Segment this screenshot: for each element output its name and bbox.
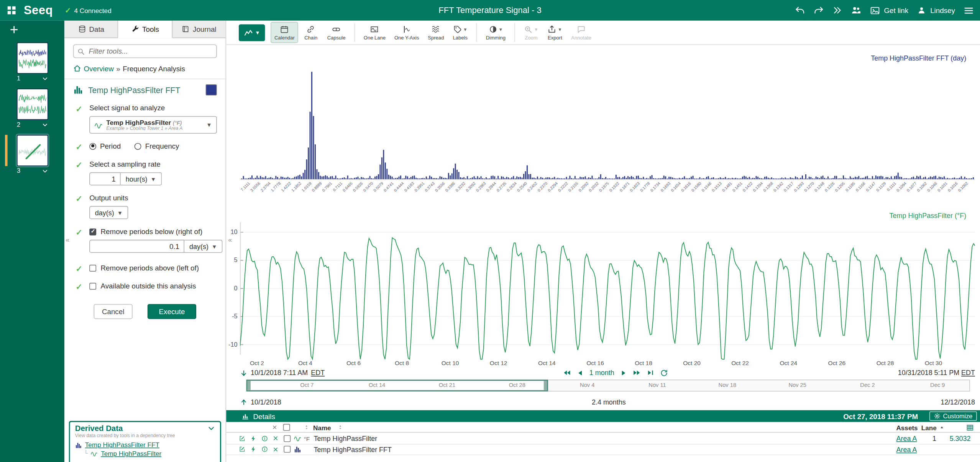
skip-to-end-icon[interactable] <box>646 369 655 377</box>
range-duration[interactable]: 1 month <box>589 369 614 377</box>
toolbar-export[interactable]: ▼Export <box>544 22 566 43</box>
available-checkbox-row[interactable]: Available outside this analysis <box>89 282 217 290</box>
redo-icon[interactable] <box>814 5 824 15</box>
remove-above-checkbox-row[interactable]: Remove periods above (left of) <box>89 264 217 272</box>
bolt-icon[interactable] <box>250 444 257 455</box>
table-row[interactable]: Temp HighPassFilter FFTArea A <box>226 444 980 455</box>
get-link-icon[interactable] <box>870 5 880 15</box>
remove-icon[interactable] <box>272 433 279 444</box>
step-back-half-icon[interactable] <box>563 369 571 377</box>
toolbar-chain[interactable]: Chain <box>300 22 322 43</box>
remove-below-unit-dropdown[interactable]: day(s)▼ <box>184 240 223 253</box>
column-lane[interactable]: Lane <box>921 422 937 433</box>
hamburger-menu-icon[interactable] <box>964 5 974 15</box>
forward-share-icon[interactable] <box>833 6 842 15</box>
seeq-logo[interactable]: Seeq <box>24 3 53 17</box>
output-units-dropdown[interactable]: day(s)▼ <box>89 206 128 219</box>
toolbar-dimming[interactable]: ▼Dimming <box>482 22 509 43</box>
info-icon[interactable] <box>261 433 268 444</box>
remove-icon[interactable] <box>272 444 279 455</box>
range-start[interactable]: 10/1/2018 7:11 AM <box>251 369 308 377</box>
full-range-start[interactable]: 10/1/2018 <box>251 398 281 406</box>
edit-icon[interactable] <box>239 444 246 455</box>
row-asset-link[interactable]: Area A <box>896 444 917 455</box>
remove-above-checkbox[interactable] <box>89 264 96 271</box>
full-range-span[interactable]: 2.4 months <box>592 398 626 406</box>
sort-icon[interactable] <box>304 424 310 430</box>
derived-data-link[interactable]: Temp HighPassFilter FFT <box>85 441 159 449</box>
view-mode-dropdown[interactable]: ▼ <box>239 24 265 41</box>
toolbar-calendar[interactable]: Calendar <box>271 22 299 43</box>
step-forward-half-icon[interactable] <box>632 369 641 377</box>
trend-chart[interactable]: Oct 2Oct 4Oct 6Oct 8Oct 10Oct 12Oct 14Oc… <box>240 211 975 370</box>
chevron-down-icon[interactable] <box>42 168 48 174</box>
tab-journal[interactable]: Journal <box>172 21 226 38</box>
remove-below-checkbox-row[interactable]: Remove periods below (right of) <box>89 228 223 236</box>
table-row[interactable]: °FTemp HighPassFilterArea A15.3032 <box>226 433 980 444</box>
collapse-sidebar-handle[interactable]: « <box>66 236 69 244</box>
chevron-down-icon[interactable] <box>207 424 215 432</box>
fft-chart[interactable]: 07.11113.55562.37041.77781.42221.18521.0… <box>240 50 975 206</box>
remove-below-checkbox[interactable] <box>89 228 96 235</box>
toolbar-labels[interactable]: ▼Labels <box>449 22 471 43</box>
customize-button[interactable]: Customize <box>929 411 977 421</box>
row-checkbox[interactable] <box>284 435 291 442</box>
range-end-timezone[interactable]: EDT <box>961 369 975 377</box>
radio-frequency[interactable]: Frequency <box>135 143 179 150</box>
filter-tools-input[interactable] <box>73 44 217 58</box>
get-link-button[interactable]: Get link <box>884 7 908 14</box>
worksheet-3[interactable]: 3 <box>17 135 48 174</box>
range-end[interactable]: 10/31/2018 5:11 PM <box>898 369 959 377</box>
chevron-down-icon[interactable] <box>42 121 48 128</box>
derived-data-item[interactable]: Temp HighPassFilter FFT <box>75 441 215 449</box>
sampling-unit-dropdown[interactable]: hour(s)▼ <box>121 172 162 185</box>
step-forward-icon[interactable] <box>619 369 627 377</box>
column-name[interactable]: Name <box>313 422 331 433</box>
sort-ascending-icon[interactable] <box>939 425 944 430</box>
toolbar-spread[interactable]: Spread <box>424 22 448 43</box>
column-assets[interactable]: Assets <box>896 422 918 433</box>
toolbar-capsule[interactable]: Capsule <box>323 22 349 43</box>
step-back-icon[interactable] <box>576 369 584 377</box>
user-icon[interactable] <box>917 6 926 15</box>
users-icon[interactable] <box>851 5 862 16</box>
select-all-checkbox[interactable] <box>283 424 290 431</box>
collapse-tools-handle[interactable]: « <box>228 236 232 244</box>
timeline-selection[interactable] <box>246 380 548 392</box>
row-checkbox[interactable] <box>284 446 291 453</box>
breadcrumb-overview[interactable]: Overview <box>84 65 114 72</box>
worksheet-thumbnail[interactable] <box>17 135 48 166</box>
derived-data-link[interactable]: Temp HighPassFilter <box>101 450 161 457</box>
undo-icon[interactable] <box>795 5 805 15</box>
sampling-rate-input[interactable] <box>89 172 121 185</box>
worksheet-thumbnail[interactable] <box>17 88 48 120</box>
derived-data-item[interactable]: └Temp HighPassFilter <box>75 449 215 457</box>
cancel-button[interactable]: Cancel <box>94 304 133 319</box>
new-worksheet-button[interactable] <box>9 25 18 34</box>
available-checkbox[interactable] <box>89 282 96 289</box>
remove-all-icon[interactable] <box>272 424 277 430</box>
color-swatch-button[interactable] <box>206 84 217 95</box>
timeline-scrubber[interactable]: Oct 7Oct 14Oct 21Oct 28Nov 4Nov 11Nov 18… <box>246 380 970 392</box>
range-start-timezone[interactable]: EDT <box>311 369 325 377</box>
remove-below-input[interactable] <box>89 240 184 253</box>
info-icon[interactable] <box>261 444 268 455</box>
worksheet-thumbnail[interactable] <box>17 43 48 74</box>
toolbar-one-y-axis[interactable]: One Y-Axis <box>391 22 423 43</box>
selection-left-handle[interactable] <box>248 381 251 390</box>
row-asset-link[interactable]: Area A <box>896 433 917 444</box>
user-name[interactable]: Lindsey <box>930 7 955 14</box>
app-grid-icon[interactable] <box>6 5 17 16</box>
selection-right-handle[interactable] <box>544 381 547 390</box>
connection-status[interactable]: ✓ 4 Connected <box>65 6 112 15</box>
refresh-icon[interactable] <box>660 369 668 377</box>
worksheet-1[interactable]: 1 <box>17 43 48 82</box>
execute-button[interactable]: Execute <box>148 304 196 319</box>
sort-icon[interactable] <box>338 424 343 430</box>
full-range-end[interactable]: 12/12/2018 <box>941 398 975 406</box>
workbook-title[interactable]: FFT Temperature Signal - 3 <box>438 6 541 15</box>
radio-period[interactable]: Period <box>89 143 121 150</box>
bolt-icon[interactable] <box>250 433 257 444</box>
row-name[interactable]: Temp HighPassFilter <box>314 433 377 444</box>
home-icon[interactable] <box>73 64 81 72</box>
